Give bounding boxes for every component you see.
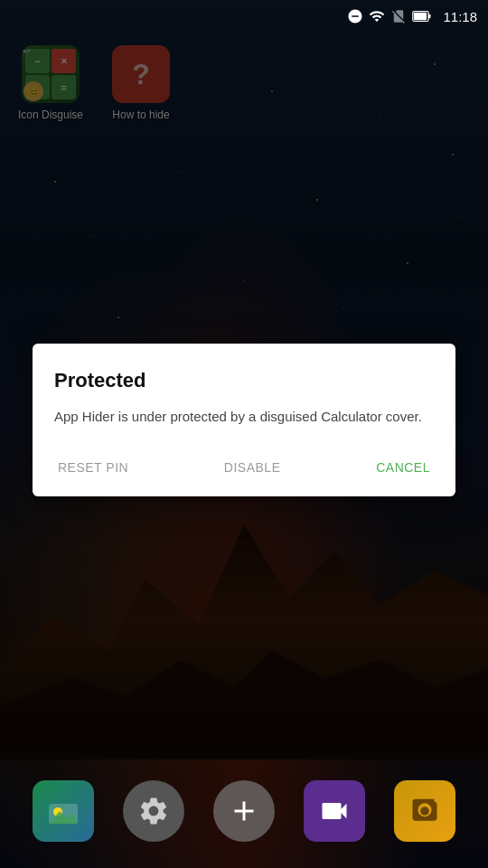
dock bbox=[0, 769, 488, 868]
dock-camera-icon[interactable] bbox=[394, 780, 455, 842]
battery-icon bbox=[412, 8, 432, 24]
no-sim-icon bbox=[390, 8, 407, 24]
disable-button[interactable]: Disable bbox=[221, 453, 285, 482]
settings-svg bbox=[137, 795, 170, 827]
camera-svg bbox=[408, 795, 441, 827]
dialog-message: App Hider is under protected by a disgui… bbox=[54, 407, 434, 428]
svg-rect-4 bbox=[414, 13, 427, 21]
status-icons: 11:18 bbox=[347, 8, 477, 24]
svg-rect-3 bbox=[429, 14, 431, 19]
dock-settings-icon[interactable] bbox=[123, 780, 184, 842]
dock-add-icon[interactable] bbox=[213, 780, 275, 842]
protected-dialog: Protected App Hider is under protected b… bbox=[33, 344, 455, 496]
photos-svg bbox=[47, 795, 80, 827]
video-svg bbox=[318, 795, 351, 827]
cancel-button[interactable]: Cancel bbox=[372, 453, 434, 482]
dialog-buttons: Reset PIN Disable Cancel bbox=[54, 449, 434, 482]
dock-video-icon[interactable] bbox=[304, 780, 365, 842]
dock-photos-icon[interactable] bbox=[33, 780, 94, 842]
status-time: 11:18 bbox=[443, 9, 477, 24]
do-not-disturb-icon bbox=[347, 8, 363, 24]
reset-pin-button[interactable]: Reset PIN bbox=[54, 453, 132, 482]
status-bar: 11:18 bbox=[0, 0, 488, 33]
wifi-icon bbox=[369, 8, 385, 24]
add-svg bbox=[228, 795, 260, 827]
dialog-title: Protected bbox=[54, 369, 434, 392]
